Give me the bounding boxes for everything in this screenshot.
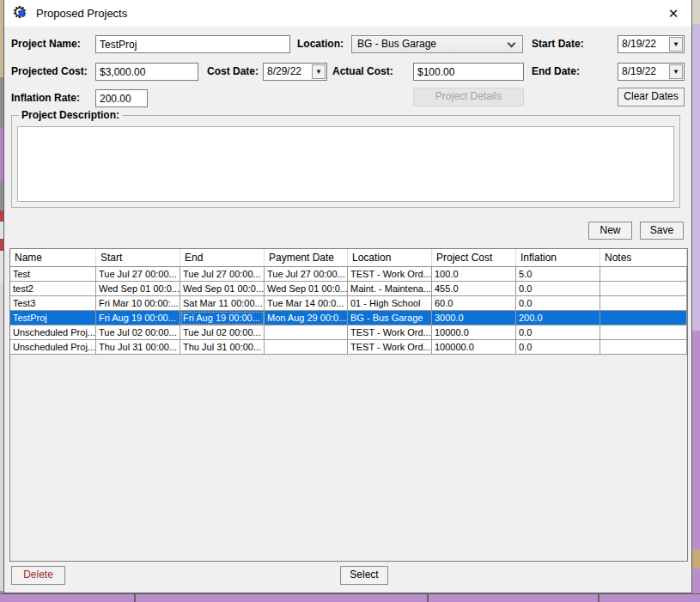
actual-cost-label: Actual Cost: <box>332 63 393 81</box>
clear-dates-button[interactable]: Clear Dates <box>618 88 685 106</box>
dropdown-arrow-icon[interactable]: ▼ <box>669 37 683 52</box>
proposed-projects-dialog: ⚙ Proposed Projects ✕ Project Name: Loca… <box>3 0 692 593</box>
table-cell[interactable] <box>265 325 348 340</box>
start-date-value: 8/19/22 <box>622 36 656 52</box>
table-cell[interactable]: Thu Jul 31 00:00... <box>96 340 180 355</box>
table-cell[interactable] <box>600 267 687 282</box>
table-cell[interactable]: Fri Aug 19 00:00... <box>180 311 265 325</box>
chevron-down-icon <box>508 40 516 48</box>
cost-date-label: Cost Date: <box>207 63 259 81</box>
close-icon[interactable]: ✕ <box>664 4 683 23</box>
table-cell[interactable]: 0.0 <box>516 340 600 355</box>
projects-table-body: TestTue Jul 27 00:00...Tue Jul 27 00:00.… <box>10 267 687 355</box>
table-cell[interactable]: Unscheduled Proj... <box>10 340 96 355</box>
dropdown-arrow-icon[interactable]: ▼ <box>312 64 326 79</box>
table-cell[interactable] <box>265 340 348 355</box>
table-row[interactable]: Test3Fri Mar 10 00:00:...Sat Mar 11 00:0… <box>10 296 687 311</box>
column-header-inflation[interactable]: Inflation <box>516 249 600 266</box>
table-cell[interactable]: Test3 <box>10 296 96 311</box>
table-cell[interactable]: Wed Sep 01 00:0... <box>265 282 348 296</box>
window-title: Proposed Projects <box>36 7 127 20</box>
delete-button[interactable]: Delete <box>11 566 65 585</box>
table-cell[interactable]: Wed Sep 01 00:0... <box>180 282 265 296</box>
table-cell[interactable]: 455.0 <box>432 282 516 296</box>
cost-date-dropdown[interactable]: 8/29/22 ▼ <box>263 63 327 81</box>
table-cell[interactable]: Tue Jul 02 00:00... <box>180 325 265 340</box>
dropdown-arrow-icon[interactable]: ▼ <box>669 64 683 79</box>
column-header-start[interactable]: Start <box>96 249 180 266</box>
table-row[interactable]: Unscheduled Proj...Thu Jul 31 00:00...Th… <box>10 340 687 355</box>
projected-cost-input[interactable] <box>95 63 198 81</box>
projects-table-header: NameStartEndPayment DateLocationProject … <box>10 249 687 267</box>
table-cell[interactable] <box>600 282 687 296</box>
table-cell[interactable]: TEST - Work Ord... <box>348 325 432 340</box>
table-cell[interactable] <box>600 311 687 325</box>
save-button[interactable]: Save <box>640 222 684 240</box>
table-cell[interactable]: Tue Jul 27 00:00... <box>96 267 180 282</box>
table-cell[interactable] <box>600 340 687 355</box>
project-description-label: Project Description: <box>19 109 122 121</box>
table-cell[interactable]: 100000.0 <box>432 340 516 355</box>
table-cell[interactable]: 5.0 <box>516 267 600 282</box>
new-button[interactable]: New <box>588 222 632 240</box>
table-row[interactable]: test2Wed Sep 01 00:0...Wed Sep 01 00:0..… <box>10 282 687 296</box>
column-header-location[interactable]: Location <box>348 249 432 266</box>
end-date-dropdown[interactable]: 8/19/22 ▼ <box>618 63 685 81</box>
table-cell[interactable]: Tue Mar 14 00:0... <box>265 296 348 311</box>
table-cell[interactable]: Wed Sep 01 00:0... <box>96 282 180 296</box>
start-date-label: Start Date: <box>532 35 584 53</box>
start-date-dropdown[interactable]: 8/19/22 ▼ <box>618 35 685 53</box>
table-cell[interactable]: 01 - High School <box>348 296 432 311</box>
column-header-name[interactable]: Name <box>10 249 96 266</box>
table-cell[interactable] <box>600 325 687 340</box>
background-bottom-strip <box>0 593 700 602</box>
project-description-input[interactable] <box>17 126 674 202</box>
background-right-strip <box>692 0 700 602</box>
table-row[interactable]: TestTue Jul 27 00:00...Tue Jul 27 00:00.… <box>10 267 687 282</box>
table-cell[interactable]: 0.0 <box>516 296 600 311</box>
location-label: Location: <box>297 35 344 53</box>
table-cell[interactable]: BG - Bus Garage <box>348 311 432 325</box>
column-header-notes[interactable]: Notes <box>600 249 687 266</box>
project-name-input[interactable] <box>95 35 290 53</box>
select-button[interactable]: Select <box>340 566 388 585</box>
table-cell[interactable]: Thu Jul 31 00:00... <box>180 340 265 355</box>
project-details-button[interactable]: Project Details <box>413 88 524 106</box>
table-cell[interactable]: Tue Jul 27 00:00... <box>265 267 348 282</box>
table-cell[interactable]: 60.0 <box>432 296 516 311</box>
inflation-rate-label: Inflation Rate: <box>11 89 80 107</box>
table-cell[interactable]: Test <box>10 267 96 282</box>
table-cell[interactable]: test2 <box>10 282 96 296</box>
table-cell[interactable]: 3000.0 <box>432 311 516 325</box>
table-cell[interactable]: Unscheduled Proj... <box>10 325 96 340</box>
end-date-label: End Date: <box>532 63 580 81</box>
column-header-project-cost[interactable]: Project Cost <box>432 249 516 266</box>
app-gear-icon: ⚙ <box>12 3 31 22</box>
table-cell[interactable]: Fri Mar 10 00:00:... <box>96 296 180 311</box>
cost-date-value: 8/29/22 <box>267 64 301 80</box>
table-cell[interactable]: 200.0 <box>516 311 600 325</box>
table-cell[interactable]: Tue Jul 27 00:00... <box>180 267 265 282</box>
table-cell[interactable]: 0.0 <box>516 282 600 296</box>
table-cell[interactable]: Fri Aug 19 00:00... <box>96 311 180 325</box>
location-dropdown[interactable]: BG - Bus Garage <box>351 35 523 53</box>
project-description-group: Project Description: <box>11 115 680 208</box>
table-cell[interactable]: TEST - Work Ord... <box>348 267 432 282</box>
table-cell[interactable]: TestProj <box>10 311 96 325</box>
table-cell[interactable]: Mon Aug 29 00:0... <box>265 311 348 325</box>
inflation-rate-input[interactable] <box>95 89 148 107</box>
table-cell[interactable] <box>600 296 687 311</box>
actual-cost-input[interactable] <box>413 63 524 81</box>
table-cell[interactable]: Tue Jul 02 00:00... <box>96 325 180 340</box>
table-cell[interactable]: TEST - Work Ord... <box>348 340 432 355</box>
table-row[interactable]: TestProjFri Aug 19 00:00...Fri Aug 19 00… <box>10 311 687 325</box>
table-cell[interactable]: 10000.0 <box>432 325 516 340</box>
table-cell[interactable]: 100.0 <box>432 267 516 282</box>
column-header-payment-date[interactable]: Payment Date <box>265 249 348 266</box>
table-cell[interactable]: Sat Mar 11 00:00... <box>180 296 265 311</box>
table-cell[interactable]: 0.0 <box>516 325 600 340</box>
column-header-end[interactable]: End <box>180 249 265 266</box>
table-cell[interactable]: Maint. - Maintena... <box>348 282 432 296</box>
table-row[interactable]: Unscheduled Proj...Tue Jul 02 00:00...Tu… <box>10 325 687 340</box>
project-name-label: Project Name: <box>11 35 81 53</box>
